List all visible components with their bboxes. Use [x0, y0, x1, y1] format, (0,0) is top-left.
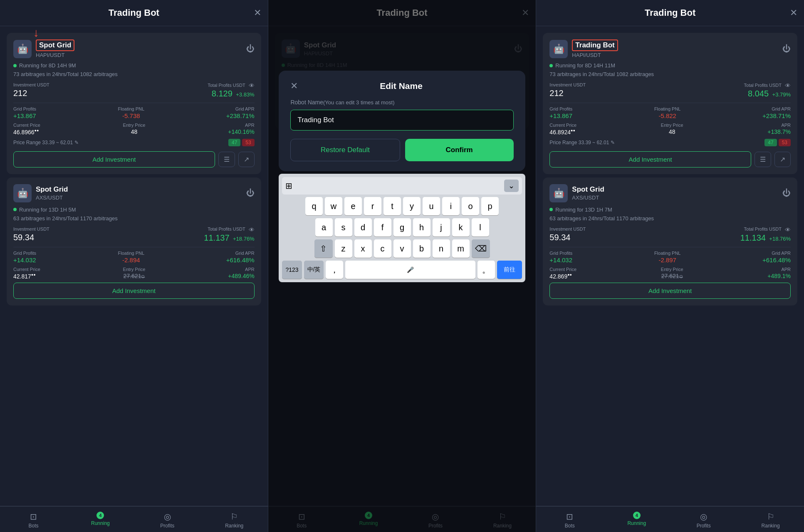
- right-entry-price-label-2: Entry Price: [661, 267, 683, 272]
- status-dot-2: [13, 208, 17, 211]
- key-j[interactable]: j: [433, 218, 450, 236]
- arbitrage-text-2: 63 arbitrages in 24hrs/Total 1170 arbitr…: [13, 215, 255, 222]
- right-floating-pnl-value-2: -2.897: [658, 256, 676, 264]
- key-e[interactable]: e: [344, 197, 362, 215]
- grid-profits-value-1: +13.867: [13, 112, 36, 119]
- key-b[interactable]: b: [413, 239, 430, 258]
- key-comma[interactable]: ，: [326, 261, 343, 279]
- key-c[interactable]: c: [374, 239, 391, 258]
- key-q[interactable]: q: [305, 197, 323, 215]
- key-l[interactable]: l: [472, 218, 489, 236]
- profits-icon-right: ◎: [700, 512, 707, 522]
- investment-value-1: 212: [13, 89, 49, 98]
- restore-default-button[interactable]: Restore Default: [290, 139, 400, 161]
- right-power-button-1[interactable]: ⏻: [782, 44, 791, 54]
- key-i[interactable]: i: [442, 197, 460, 215]
- key-h[interactable]: h: [413, 218, 430, 236]
- ranking-icon-left: ⚐: [230, 512, 238, 522]
- add-investment-button-2[interactable]: Add Investment: [13, 283, 255, 299]
- add-investment-button-1[interactable]: Add Investment: [13, 151, 215, 167]
- power-button-2[interactable]: ⏻: [246, 188, 255, 198]
- right-apr-value-2: +489.1%: [767, 273, 791, 279]
- right-floating-pnl-label-1: Floating PNL: [654, 106, 681, 111]
- key-s[interactable]: s: [335, 218, 352, 236]
- key-period[interactable]: 。: [477, 261, 495, 279]
- bot-pair-2: AXS/USDT: [36, 195, 68, 201]
- key-t[interactable]: t: [383, 197, 401, 215]
- right-close-button[interactable]: ✕: [790, 7, 797, 18]
- keyboard-row-1: q w e r t y u i o p: [282, 197, 522, 215]
- key-y[interactable]: y: [403, 197, 421, 215]
- key-lang[interactable]: 中/英: [304, 261, 324, 279]
- right-list-icon-button-1[interactable]: ☰: [755, 152, 771, 167]
- robot-name-input[interactable]: [290, 110, 513, 131]
- ranking-icon-right: ⚐: [767, 512, 774, 522]
- share-icon-button-1[interactable]: ↗: [238, 152, 255, 167]
- right-grid-apr-label-2: Grid APR: [772, 251, 791, 256]
- tab-ranking-left[interactable]: ⚐ Ranking: [201, 510, 268, 530]
- left-title: Trading Bot: [109, 7, 159, 18]
- key-x[interactable]: x: [354, 239, 372, 258]
- tab-profits-right[interactable]: ◎ Profits: [670, 510, 737, 530]
- power-button-1[interactable]: ⏻: [246, 44, 255, 54]
- keyboard-grid-icon[interactable]: ⊞: [285, 181, 292, 191]
- right-bot-avatar-2: 🤖: [549, 184, 568, 202]
- right-arbitrage-text-2: 63 arbitrages in 24hrs/Total 1170 arbitr…: [549, 215, 791, 222]
- right-power-button-2[interactable]: ⏻: [782, 188, 791, 198]
- confirm-button[interactable]: Confirm: [405, 139, 514, 161]
- bot-avatar-2: 🤖: [13, 184, 32, 202]
- apr-value-1: +140.16%: [228, 128, 254, 135]
- left-close-button[interactable]: ✕: [254, 7, 261, 18]
- right-investment-value-2: 59.34: [549, 233, 586, 242]
- left-header: Trading Bot ✕: [0, 0, 268, 26]
- tab-ranking-right[interactable]: ⚐ Ranking: [737, 510, 804, 530]
- key-a[interactable]: a: [315, 218, 333, 236]
- arbitrage-text-1: 73 arbitrages in 24hrs/Total 1082 arbitr…: [13, 71, 255, 77]
- key-w[interactable]: w: [325, 197, 342, 215]
- right-add-investment-button-1[interactable]: Add Investment: [549, 151, 751, 167]
- key-f[interactable]: f: [374, 218, 391, 236]
- right-entry-price-label-1: Entry Price: [661, 123, 683, 128]
- key-g[interactable]: g: [393, 218, 411, 236]
- right-add-investment-button-2[interactable]: Add Investment: [549, 283, 791, 299]
- key-o[interactable]: o: [462, 197, 479, 215]
- key-backspace[interactable]: ⌫: [472, 239, 490, 258]
- grid-apr-label-2: Grid APR: [235, 251, 255, 256]
- key-123[interactable]: ?123: [282, 261, 302, 279]
- tab-bots-left[interactable]: ⊡ Bots: [0, 510, 67, 530]
- status-dot-1: [13, 64, 17, 67]
- modal-close-button[interactable]: ✕: [290, 81, 298, 91]
- right-card-2: 🤖 Spot Grid AXS/USDT ⏻ Running for 13D 1…: [543, 177, 797, 306]
- keyboard-collapse-button[interactable]: ⌄: [504, 180, 519, 192]
- key-d[interactable]: d: [354, 218, 372, 236]
- tab-bots-right[interactable]: ⊡ Bots: [536, 510, 603, 530]
- right-grid-apr-value-2: +616.48%: [762, 256, 791, 264]
- key-r[interactable]: r: [364, 197, 381, 215]
- status-text-1: Running for 8D 14H 9M: [19, 62, 76, 69]
- list-icon-button-1[interactable]: ☰: [218, 152, 235, 167]
- key-n[interactable]: n: [433, 239, 450, 258]
- key-k[interactable]: k: [452, 218, 470, 236]
- key-shift[interactable]: ⇧: [314, 239, 333, 258]
- right-entry-price-value-2: 27.621⊙: [661, 273, 683, 279]
- key-go[interactable]: 前往: [497, 261, 522, 279]
- modal-header: ✕ Edit Name: [290, 81, 513, 91]
- key-v[interactable]: v: [393, 239, 411, 258]
- tab-profits-left[interactable]: ◎ Profits: [134, 510, 201, 530]
- key-z[interactable]: z: [335, 239, 352, 258]
- current-price-label-1: Current Price: [13, 123, 40, 128]
- key-space[interactable]: 🎤: [345, 261, 475, 279]
- right-share-icon-button-1[interactable]: ↗: [774, 152, 791, 167]
- key-p[interactable]: p: [481, 197, 499, 215]
- bot-pair-1: HAPI/USDT: [36, 52, 74, 58]
- key-u[interactable]: u: [423, 197, 440, 215]
- right-badge-red-1: 53: [779, 139, 791, 146]
- bot-name-1: Spot Grid: [36, 39, 74, 51]
- right-current-price-value-2: 42.869●●: [549, 273, 576, 280]
- key-m[interactable]: m: [452, 239, 470, 258]
- tab-running-left[interactable]: 4 Running: [67, 510, 134, 530]
- tab-running-right[interactable]: 4 Running: [603, 510, 670, 530]
- bot-avatar-1: 🤖: [13, 40, 32, 58]
- right-badge-green-1: 47: [764, 139, 777, 146]
- right-grid-profits-label-1: Grid Profits: [549, 106, 572, 111]
